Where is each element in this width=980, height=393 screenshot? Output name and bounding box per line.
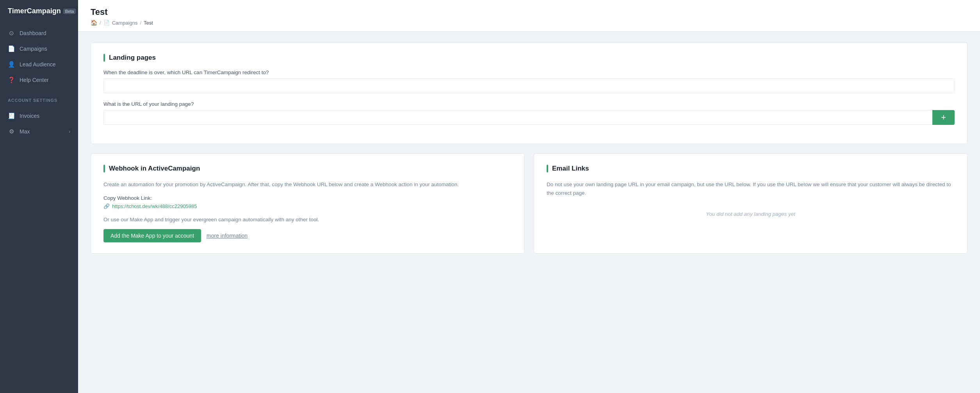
- make-app-row: Add the Make App to your account more in…: [103, 229, 511, 242]
- chevron-right-icon: ›: [69, 129, 70, 134]
- app-name: TimerCampaign: [8, 7, 61, 15]
- sidebar-item-label: Help Center: [20, 77, 49, 83]
- home-icon[interactable]: 🏠: [91, 20, 97, 26]
- account-settings-label: ACCOUNT SETTINGS: [0, 91, 78, 105]
- page-content: Landing pages When the deadline is over,…: [78, 32, 980, 265]
- no-pages-message: You did not add any landing pages yet: [547, 205, 955, 223]
- two-col-section: Webhook in ActiveCampaign Create an auto…: [91, 153, 968, 254]
- breadcrumb-sep: /: [100, 20, 101, 26]
- page-header: Test 🏠 / 📄 Campaigns / Test: [78, 0, 980, 32]
- webhook-title: Webhook in ActiveCampaign: [103, 165, 511, 172]
- copy-link-label: Copy Webhook Link:: [103, 195, 511, 201]
- email-links-title: Email Links: [547, 165, 955, 172]
- sidebar-account-nav: 🧾 Invoices ⚙ Max ›: [0, 105, 78, 142]
- landing-url-input[interactable]: [103, 110, 932, 125]
- landing-url-label: What is the URL of your landing page?: [103, 101, 955, 107]
- sidebar-item-campaigns[interactable]: 📄 Campaigns: [0, 41, 78, 57]
- main-content: Test 🏠 / 📄 Campaigns / Test Landing page…: [78, 0, 980, 393]
- redirect-url-input[interactable]: [103, 78, 955, 93]
- sidebar-item-lead-audience[interactable]: 👤 Lead Audience: [0, 57, 78, 72]
- add-make-app-button[interactable]: Add the Make App to your account: [103, 229, 201, 242]
- dashboard-icon: ⊙: [8, 30, 15, 37]
- campaigns-icon: 📄: [8, 45, 15, 52]
- sidebar-item-max[interactable]: ⚙ Max ›: [0, 124, 78, 139]
- breadcrumb-campaigns[interactable]: Campaigns: [112, 20, 138, 26]
- sidebar-item-label: Invoices: [20, 113, 39, 119]
- add-landing-page-button[interactable]: +: [932, 110, 955, 125]
- sidebar-item-label: Lead Audience: [20, 61, 56, 68]
- email-links-card: Email Links Do not use your own landing …: [534, 153, 968, 254]
- campaigns-icon-small: 📄: [103, 20, 110, 26]
- sidebar-main-nav: ⊙ Dashboard 📄 Campaigns 👤 Lead Audience …: [0, 22, 78, 91]
- max-icon: ⚙: [8, 128, 15, 135]
- sidebar-item-label: Dashboard: [20, 30, 46, 36]
- lead-audience-icon: 👤: [8, 61, 15, 68]
- sidebar: TimerCampaign Beta ⊙ Dashboard 📄 Campaig…: [0, 0, 78, 393]
- landing-pages-card: Landing pages When the deadline is over,…: [91, 43, 968, 144]
- webhook-url-row: 🔗 https://tchost.dev/wk/488/cc22905985: [103, 203, 511, 209]
- webhook-card: Webhook in ActiveCampaign Create an auto…: [91, 153, 524, 254]
- landing-url-row: +: [103, 110, 955, 125]
- sidebar-item-label: Campaigns: [20, 46, 47, 52]
- help-icon: ❓: [8, 76, 15, 84]
- email-links-description: Do not use your own landing page URL in …: [547, 180, 955, 197]
- webhook-description: Create an automation for your promotion …: [103, 180, 511, 189]
- webhook-url[interactable]: https://tchost.dev/wk/488/cc22905985: [112, 203, 197, 209]
- sidebar-item-help-center[interactable]: ❓ Help Center: [0, 72, 78, 88]
- sidebar-item-invoices[interactable]: 🧾 Invoices: [0, 108, 78, 124]
- redirect-url-section: When the deadline is over, which URL can…: [103, 69, 955, 93]
- app-logo: TimerCampaign Beta: [0, 0, 78, 22]
- breadcrumb-current: Test: [144, 20, 153, 26]
- sidebar-item-label: Max: [20, 128, 30, 135]
- page-title: Test: [91, 7, 968, 17]
- breadcrumb-sep2: /: [140, 20, 141, 26]
- sidebar-item-dashboard[interactable]: ⊙ Dashboard: [0, 25, 78, 41]
- invoices-icon: 🧾: [8, 112, 15, 119]
- redirect-url-label: When the deadline is over, which URL can…: [103, 69, 955, 75]
- use-make-text: Or use our Make App and trigger your eve…: [103, 215, 511, 224]
- link-icon: 🔗: [103, 203, 110, 209]
- landing-url-section: What is the URL of your landing page? +: [103, 101, 955, 125]
- landing-pages-title: Landing pages: [103, 54, 955, 62]
- breadcrumb: 🏠 / 📄 Campaigns / Test: [91, 20, 968, 26]
- app-badge: Beta: [63, 9, 76, 14]
- more-info-link[interactable]: more information: [207, 233, 248, 239]
